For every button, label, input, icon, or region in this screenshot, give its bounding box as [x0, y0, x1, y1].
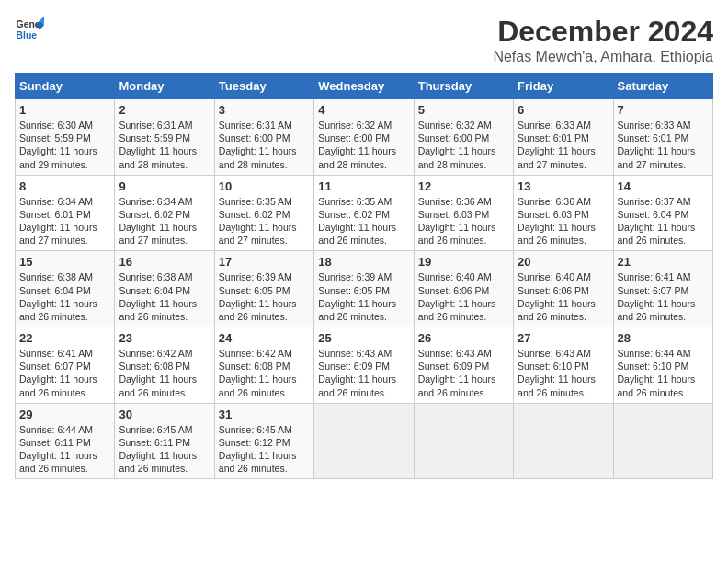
calendar-week-row: 1 Sunrise: 6:30 AMSunset: 5:59 PMDayligh… — [16, 99, 713, 176]
day-number: 28 — [618, 331, 709, 345]
logo-icon: General Blue — [15, 15, 44, 44]
day-detail: Sunrise: 6:35 AMSunset: 6:02 PMDaylight:… — [318, 196, 396, 247]
day-detail: Sunrise: 6:31 AMSunset: 5:59 PMDaylight:… — [119, 120, 197, 170]
day-number: 14 — [618, 179, 709, 193]
day-detail: Sunrise: 6:44 AMSunset: 6:10 PMDaylight:… — [618, 348, 696, 398]
calendar-cell — [414, 403, 513, 479]
calendar-cell: 24 Sunrise: 6:42 AMSunset: 6:08 PMDaylig… — [214, 327, 313, 404]
calendar-cell: 15 Sunrise: 6:38 AMSunset: 6:04 PMDaylig… — [16, 251, 115, 327]
calendar-cell: 25 Sunrise: 6:43 AMSunset: 6:09 PMDaylig… — [314, 327, 414, 404]
calendar-cell: 17 Sunrise: 6:39 AMSunset: 6:05 PMDaylig… — [214, 251, 313, 327]
calendar-day-header: Thursday — [414, 74, 513, 99]
calendar-cell: 19 Sunrise: 6:40 AMSunset: 6:06 PMDaylig… — [414, 251, 513, 327]
day-detail: Sunrise: 6:35 AMSunset: 6:02 PMDaylight:… — [219, 196, 297, 247]
day-detail: Sunrise: 6:43 AMSunset: 6:09 PMDaylight:… — [418, 348, 496, 398]
calendar-cell: 1 Sunrise: 6:30 AMSunset: 5:59 PMDayligh… — [16, 99, 115, 176]
calendar-cell: 13 Sunrise: 6:36 AMSunset: 6:03 PMDaylig… — [514, 175, 613, 251]
calendar-cell: 7 Sunrise: 6:33 AMSunset: 6:01 PMDayligh… — [613, 99, 712, 176]
calendar-cell — [514, 403, 613, 479]
day-detail: Sunrise: 6:40 AMSunset: 6:06 PMDaylight:… — [418, 271, 496, 322]
calendar-cell: 31 Sunrise: 6:45 AMSunset: 6:12 PMDaylig… — [214, 403, 313, 479]
day-detail: Sunrise: 6:34 AMSunset: 6:02 PMDaylight:… — [119, 196, 197, 247]
calendar-day-header: Sunday — [16, 74, 115, 99]
day-detail: Sunrise: 6:41 AMSunset: 6:07 PMDaylight:… — [618, 271, 696, 322]
calendar-table: SundayMondayTuesdayWednesdayThursdayFrid… — [15, 73, 713, 479]
calendar-week-row: 29 Sunrise: 6:44 AMSunset: 6:11 PMDaylig… — [16, 403, 713, 479]
calendar-week-row: 15 Sunrise: 6:38 AMSunset: 6:04 PMDaylig… — [16, 251, 713, 327]
day-detail: Sunrise: 6:45 AMSunset: 6:12 PMDaylight:… — [219, 424, 297, 475]
calendar-cell — [613, 403, 712, 479]
day-number: 10 — [219, 179, 310, 193]
title-area: December 2024 Nefas Mewch'a, Amhara, Eth… — [493, 15, 713, 65]
calendar-week-row: 22 Sunrise: 6:41 AMSunset: 6:07 PMDaylig… — [16, 327, 713, 404]
day-detail: Sunrise: 6:42 AMSunset: 6:08 PMDaylight:… — [119, 348, 197, 398]
subtitle: Nefas Mewch'a, Amhara, Ethiopia — [493, 49, 713, 65]
day-number: 29 — [19, 408, 110, 421]
calendar-cell: 20 Sunrise: 6:40 AMSunset: 6:06 PMDaylig… — [514, 251, 613, 327]
calendar-day-header: Monday — [115, 74, 214, 99]
day-number: 5 — [418, 103, 509, 117]
calendar-day-header: Saturday — [613, 74, 712, 99]
day-number: 26 — [418, 331, 509, 345]
calendar-cell: 6 Sunrise: 6:33 AMSunset: 6:01 PMDayligh… — [514, 99, 613, 176]
day-number: 12 — [418, 179, 509, 193]
day-number: 3 — [219, 103, 310, 117]
day-detail: Sunrise: 6:33 AMSunset: 6:01 PMDaylight:… — [618, 120, 696, 170]
day-detail: Sunrise: 6:40 AMSunset: 6:06 PMDaylight:… — [518, 271, 596, 322]
day-detail: Sunrise: 6:32 AMSunset: 6:00 PMDaylight:… — [318, 120, 396, 170]
day-detail: Sunrise: 6:39 AMSunset: 6:05 PMDaylight:… — [219, 271, 297, 322]
calendar-cell: 21 Sunrise: 6:41 AMSunset: 6:07 PMDaylig… — [613, 251, 712, 327]
day-number: 15 — [19, 255, 110, 269]
day-detail: Sunrise: 6:43 AMSunset: 6:10 PMDaylight:… — [518, 348, 596, 398]
day-detail: Sunrise: 6:30 AMSunset: 5:59 PMDaylight:… — [19, 120, 97, 170]
day-number: 25 — [318, 331, 409, 345]
day-detail: Sunrise: 6:44 AMSunset: 6:11 PMDaylight:… — [19, 424, 97, 475]
day-number: 18 — [318, 255, 409, 269]
day-number: 23 — [119, 331, 210, 345]
day-detail: Sunrise: 6:31 AMSunset: 6:00 PMDaylight:… — [219, 120, 297, 170]
page-header: General Blue December 2024 Nefas Mewch'a… — [15, 15, 713, 65]
calendar-body: 1 Sunrise: 6:30 AMSunset: 5:59 PMDayligh… — [16, 99, 713, 479]
day-number: 31 — [219, 408, 310, 421]
calendar-day-header: Friday — [514, 74, 613, 99]
day-number: 27 — [518, 331, 609, 345]
day-number: 21 — [618, 255, 709, 269]
calendar-cell: 16 Sunrise: 6:38 AMSunset: 6:04 PMDaylig… — [115, 251, 214, 327]
day-detail: Sunrise: 6:36 AMSunset: 6:03 PMDaylight:… — [418, 196, 496, 247]
day-detail: Sunrise: 6:39 AMSunset: 6:05 PMDaylight:… — [318, 271, 396, 322]
day-detail: Sunrise: 6:33 AMSunset: 6:01 PMDaylight:… — [518, 120, 596, 170]
day-number: 20 — [518, 255, 609, 269]
day-detail: Sunrise: 6:37 AMSunset: 6:04 PMDaylight:… — [618, 196, 696, 247]
svg-text:Blue: Blue — [17, 30, 38, 40]
day-detail: Sunrise: 6:43 AMSunset: 6:09 PMDaylight:… — [318, 348, 396, 398]
calendar-cell: 18 Sunrise: 6:39 AMSunset: 6:05 PMDaylig… — [314, 251, 414, 327]
calendar-cell: 11 Sunrise: 6:35 AMSunset: 6:02 PMDaylig… — [314, 175, 414, 251]
day-number: 24 — [219, 331, 310, 345]
calendar-cell: 23 Sunrise: 6:42 AMSunset: 6:08 PMDaylig… — [115, 327, 214, 404]
calendar-cell: 29 Sunrise: 6:44 AMSunset: 6:11 PMDaylig… — [16, 403, 115, 479]
day-detail: Sunrise: 6:42 AMSunset: 6:08 PMDaylight:… — [219, 348, 297, 398]
logo: General Blue — [15, 15, 44, 44]
day-number: 9 — [119, 179, 210, 193]
calendar-cell: 28 Sunrise: 6:44 AMSunset: 6:10 PMDaylig… — [613, 327, 712, 404]
day-detail: Sunrise: 6:38 AMSunset: 6:04 PMDaylight:… — [19, 271, 97, 322]
calendar-cell: 3 Sunrise: 6:31 AMSunset: 6:00 PMDayligh… — [214, 99, 313, 176]
day-number: 7 — [618, 103, 709, 117]
day-number: 4 — [318, 103, 409, 117]
calendar-header-row: SundayMondayTuesdayWednesdayThursdayFrid… — [16, 74, 713, 99]
day-number: 11 — [318, 179, 409, 193]
day-number: 22 — [19, 331, 110, 345]
day-detail: Sunrise: 6:36 AMSunset: 6:03 PMDaylight:… — [518, 196, 596, 247]
day-detail: Sunrise: 6:41 AMSunset: 6:07 PMDaylight:… — [19, 348, 97, 398]
calendar-cell: 12 Sunrise: 6:36 AMSunset: 6:03 PMDaylig… — [414, 175, 513, 251]
day-detail: Sunrise: 6:32 AMSunset: 6:00 PMDaylight:… — [418, 120, 496, 170]
calendar-cell: 10 Sunrise: 6:35 AMSunset: 6:02 PMDaylig… — [214, 175, 313, 251]
calendar-cell: 9 Sunrise: 6:34 AMSunset: 6:02 PMDayligh… — [115, 175, 214, 251]
calendar-cell: 2 Sunrise: 6:31 AMSunset: 5:59 PMDayligh… — [115, 99, 214, 176]
calendar-day-header: Wednesday — [314, 74, 414, 99]
day-number: 2 — [119, 103, 210, 117]
calendar-cell — [314, 403, 414, 479]
day-number: 6 — [518, 103, 609, 117]
day-number: 8 — [19, 179, 110, 193]
calendar-cell: 26 Sunrise: 6:43 AMSunset: 6:09 PMDaylig… — [414, 327, 513, 404]
